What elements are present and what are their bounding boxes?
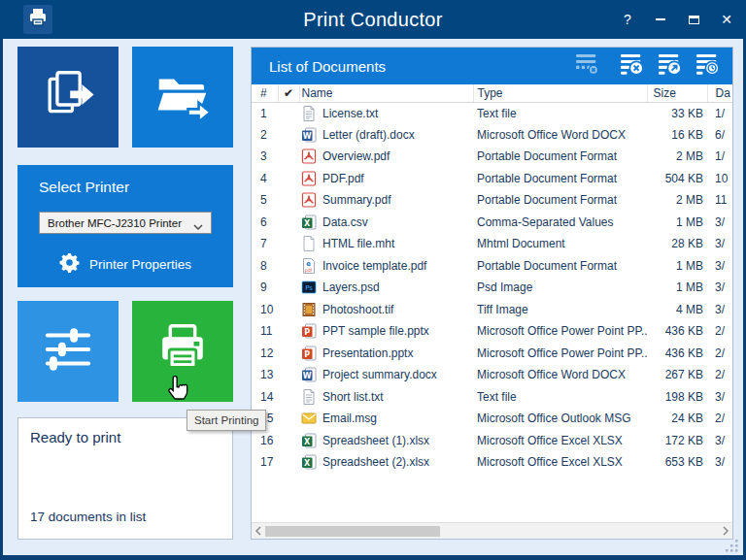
row-number-cell: 9 <box>252 277 278 299</box>
minimize-button[interactable] <box>653 0 668 39</box>
file-name-text: Email.msg <box>322 412 377 425</box>
file-date-cell: 2/ <box>707 364 732 386</box>
column-header-name[interactable]: Name <box>299 84 473 102</box>
table-row[interactable]: 4PDF.pdfPortable Document Format504 KB10 <box>252 168 732 190</box>
table-row[interactable]: 3Overview.pdfPortable Document Format2 M… <box>252 146 732 168</box>
file-name-cell: HTML file.mht <box>299 233 473 255</box>
file-name-cell: Photoshoot.tif <box>299 299 473 321</box>
column-header-size[interactable]: Size <box>647 84 707 102</box>
file-name-text: Summary.pdf <box>322 193 390 207</box>
file-name-text: Invoice template.pdf <box>322 259 426 273</box>
row-number-cell: 13 <box>252 364 278 386</box>
file-name-text: Presentation.pptx <box>322 346 413 360</box>
resize-grip[interactable] <box>723 537 740 558</box>
table-row[interactable]: 1License.txtText file33 KB1/ <box>252 102 732 124</box>
table-row[interactable]: 12PPresentation.pptxMicrosoft Office Pow… <box>252 343 732 365</box>
file-name-cell: Email.msg <box>299 408 473 430</box>
svg-text:P: P <box>304 328 310 337</box>
open-folder-icon <box>152 64 214 130</box>
add-files-button[interactable] <box>17 47 119 148</box>
pdf-file-icon <box>301 171 317 186</box>
list-history-icon <box>695 53 721 79</box>
printer-icon <box>153 320 212 382</box>
document-list-header: List of Documents <box>252 48 732 84</box>
file-name-cell: PsLayers.psd <box>299 277 473 299</box>
row-check-cell <box>278 430 299 452</box>
export-list-button[interactable] <box>658 54 683 78</box>
row-check-cell <box>278 212 299 234</box>
gear-icon <box>59 252 80 276</box>
printer-properties-button[interactable]: Printer Properties <box>17 252 233 276</box>
file-size-cell: 1 MB <box>647 212 707 234</box>
table-row[interactable]: 6XData.csvComma-Separated Values1 MB3/ <box>252 212 732 234</box>
file-name-cell: XSpreadsheet (1).xlsx <box>299 430 473 452</box>
open-folder-button[interactable] <box>132 47 233 148</box>
txt-file-icon <box>301 106 317 121</box>
list-export-icon <box>658 53 683 79</box>
table-row[interactable]: 17XSpreadsheet (2).xlsxMicrosoft Office … <box>252 451 732 474</box>
table-row[interactable]: 10Photoshoot.tifTiff Image4 MB3/ <box>252 299 732 321</box>
row-check-cell <box>278 168 299 190</box>
file-name-text: License.txt <box>322 107 378 120</box>
file-size-cell: 653 KB <box>647 451 707 474</box>
table-row[interactable]: 16XSpreadsheet (1).xlsxMicrosoft Office … <box>252 430 732 452</box>
column-header-check[interactable]: ✔ <box>278 84 299 102</box>
file-size-cell: 4 MB <box>647 299 707 321</box>
window-border-bottom <box>0 555 746 560</box>
add-documents-icon <box>38 65 98 129</box>
row-check-cell <box>278 102 299 124</box>
scrollbar-thumb[interactable] <box>265 526 440 537</box>
status-message: Ready to print <box>30 429 120 445</box>
hand-cursor-icon <box>165 375 191 409</box>
column-header-type[interactable]: Type <box>473 84 647 102</box>
column-header-date[interactable]: Da <box>707 84 732 102</box>
excel-file-icon: X <box>301 214 317 230</box>
settings-button[interactable] <box>17 301 119 402</box>
recent-lists-button[interactable] <box>695 54 721 78</box>
svg-text:Ps: Ps <box>305 284 313 292</box>
remove-printed-documents-button <box>575 54 600 78</box>
file-type-cell: Microsoft Office Excel XLSX <box>473 451 647 474</box>
table-row[interactable]: 2WLetter (draft).docxMicrosoft Office Wo… <box>252 124 732 147</box>
clear-list-button[interactable] <box>620 54 645 78</box>
file-type-cell: Microsoft Office Word DOCX <box>473 124 647 147</box>
row-check-cell <box>278 451 299 474</box>
close-button[interactable]: ✕ <box>719 0 734 39</box>
table-row[interactable]: 11PPPT sample file.pptxMicrosoft Office … <box>252 320 732 343</box>
file-date-cell: 10 <box>707 168 732 190</box>
svg-text:X: X <box>304 437 311 445</box>
table-row[interactable]: 13WProject summary.docxMicrosoft Office … <box>252 364 732 386</box>
table-row[interactable]: 7HTML file.mhtMhtml Document28 KB3/ <box>252 233 732 255</box>
file-type-cell: Text file <box>473 102 647 124</box>
table-row[interactable]: 8epdfInvoice template.pdfPortable Docume… <box>252 255 732 278</box>
help-button[interactable]: ? <box>620 0 635 39</box>
table-row[interactable]: 9PsLayers.psdPsd Image1 MB3/ <box>252 277 732 299</box>
table-row[interactable]: 5Summary.pdfPortable Document Format2 MB… <box>252 189 732 212</box>
word-file-icon: W <box>301 367 317 382</box>
maximize-button[interactable] <box>686 0 701 39</box>
minimize-icon <box>656 18 665 20</box>
file-name-text: Letter (draft).docx <box>322 128 415 142</box>
column-header-number[interactable]: # <box>252 84 278 102</box>
row-check-cell <box>278 343 299 365</box>
file-type-cell: Portable Document Format <box>473 168 647 190</box>
horizontal-scrollbar[interactable] <box>252 522 732 539</box>
list-remove-icon <box>575 53 600 79</box>
file-date-cell: 3/ <box>707 212 732 234</box>
table-row[interactable]: 15Email.msgMicrosoft Office Outlook MSG2… <box>252 408 732 430</box>
epdf-file-icon: epdf <box>301 258 317 274</box>
file-date-cell: 2/ <box>707 343 732 365</box>
table-row[interactable]: 14Short list.txtText file198 KB3/ <box>252 386 732 409</box>
file-name-cell: Overview.pdf <box>299 146 473 168</box>
txt-file-icon <box>301 389 317 405</box>
file-size-cell: 24 KB <box>647 408 707 430</box>
maximize-icon <box>689 16 699 24</box>
file-size-cell: 172 KB <box>647 430 707 452</box>
printer-dropdown[interactable]: Brother MFC-J2310 Printer <box>39 212 212 234</box>
file-name-cell: XData.csv <box>299 212 473 234</box>
scroll-left-arrow-icon[interactable] <box>252 523 265 539</box>
file-type-cell: Microsoft Office Power Point PP... <box>473 343 647 365</box>
file-date-cell: 1/ <box>707 146 732 168</box>
header-row: #✔NameTypeSizeDa <box>252 84 732 102</box>
file-name-cell: WProject summary.docx <box>299 364 473 386</box>
